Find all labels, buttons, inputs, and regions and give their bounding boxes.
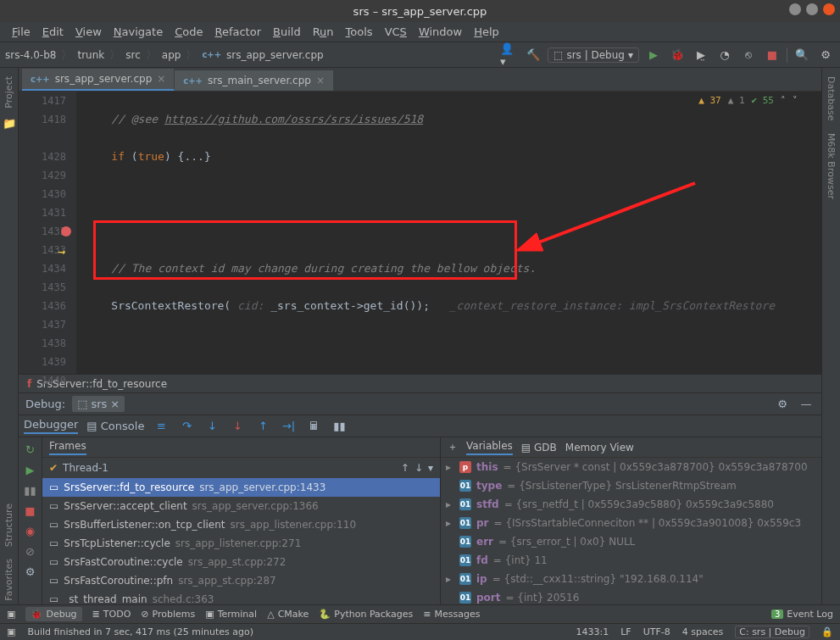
context-breadcrumb[interactable]: f SrsServer::fd_to_resource [19,374,821,392]
gutter[interactable]: 1417 1418 1428 1429 1430 1431 1432 1433 … [19,92,76,374]
rerun-icon[interactable]: ↻ [22,441,39,458]
settings-icon[interactable]: ⚙ [22,563,39,580]
menu-navigate[interactable]: Navigate [108,24,168,40]
menu-vcs[interactable]: VCS [380,24,412,40]
run-coverage-button[interactable]: ▶̤ [692,46,710,64]
menu-file[interactable]: File [7,24,36,40]
tool-windows-icon[interactable]: ▣ [7,609,15,620]
frame-list[interactable]: ▭SrsServer::fd_to_resource srs_app_serve… [42,478,440,604]
build-hammer-icon[interactable]: 🔨 [524,46,542,64]
settings-gear-icon[interactable]: ⚙ [816,46,835,64]
frame-item[interactable]: ▭SrsFastCoroutine::pfn srs_app_st.cpp:28… [42,571,440,590]
arrow-up-icon[interactable]: ↑ [401,462,409,474]
sidebar-database[interactable]: Database [826,73,837,125]
tool-python[interactable]: 🐍 Python Packages [319,609,413,620]
menu-window[interactable]: Window [414,24,467,40]
breakpoint-icon[interactable] [61,226,71,237]
var-row[interactable]: 01 fd = {int} 11 [441,551,821,570]
editor[interactable]: ▲ 37 ▲ 1 ✔ 55 ˄ ˅ 1417 1418 1428 1429 14… [19,92,821,374]
sidebar-structure[interactable]: Structure [3,500,14,550]
frame-item[interactable]: ▭SrsTcpListener::cycle srs_app_listener.… [42,534,440,553]
hide-icon[interactable]: — [798,396,815,413]
more-icon[interactable]: ▮▮ [331,418,348,435]
menu-run[interactable]: Run [308,24,339,40]
tab-debugger[interactable]: Debugger [24,418,78,434]
tool-cmake[interactable]: △ CMake [267,609,309,620]
menu-refactor[interactable]: Refactor [209,24,266,40]
resume-icon[interactable]: ▶ [22,461,39,478]
var-row[interactable]: ▸p this = {SrsServer * const | 0x559c3a8… [441,458,821,476]
run-to-cursor-icon[interactable]: →| [280,418,297,435]
lock-icon[interactable]: 🔒 [821,626,833,637]
tool-messages[interactable]: ≡ Messages [423,609,480,620]
context-indicator[interactable]: C: srs | Debug [735,626,809,638]
tool-terminal[interactable]: ▣ Terminal [205,609,257,620]
frame-item[interactable]: ▭SrsServer::accept_client srs_app_server… [42,497,440,515]
breakpoints-icon[interactable]: ◉ [22,522,39,539]
menu-view[interactable]: View [70,24,107,40]
debug-button[interactable]: 🐞 [668,46,687,64]
evaluate-icon[interactable]: 🖩 [305,418,322,435]
run-config-selector[interactable]: ⬚ srs | Debug ▾ [548,47,639,63]
sidebar-m68k[interactable]: M68k Browser [826,130,837,203]
breadcrumb-1[interactable]: trunk [77,49,104,61]
var-row[interactable]: 01 err = {srs_error_t | 0x0} NULL [441,532,821,551]
mute-breakpoints-icon[interactable]: ⊘ [22,543,39,559]
line-separator[interactable]: LF [620,626,631,637]
add-watch-icon[interactable]: ＋ [448,440,458,454]
variables-list[interactable]: ▸p this = {SrsServer * const | 0x559c3a8… [441,458,821,604]
tool-problems[interactable]: ⊘ Problems [141,609,195,620]
menu-build[interactable]: Build [268,24,306,40]
run-button[interactable]: ▶ [644,46,663,64]
thread-selector[interactable]: ✔ Thread-1 ↑ ↓ ▾ [42,458,440,478]
minimize-button[interactable] [789,3,801,15]
arrow-down-icon[interactable]: ↓ [414,462,423,474]
frame-item[interactable]: ▭_st_thread_main sched.c:363 [42,590,440,604]
debug-config-tab[interactable]: ⬚ srs × [72,396,125,412]
var-row[interactable]: ▸01 ip = {std::__cxx11::string} "192.168… [441,570,821,588]
sidebar-project[interactable]: Project [3,73,14,112]
editor-tab-1[interactable]: c++ srs_main_server.cpp × [175,70,334,91]
profile-button[interactable]: ◔ [715,46,734,64]
frame-item[interactable]: ▭SrsServer::fd_to_resource srs_app_serve… [42,478,440,497]
var-row[interactable]: ▸01 stfd = {srs_netfd_t | 0x559c3a9c5880… [441,495,821,514]
var-row[interactable]: ▸01 pr = {ISrsStartableConneciton ** | 0… [441,514,821,532]
frame-item[interactable]: ▭SrsBufferListener::on_tcp_client srs_ap… [42,515,440,534]
stop-button[interactable]: ■ [763,46,782,64]
step-out-icon[interactable]: ↑ [254,418,271,435]
menu-edit[interactable]: Edit [37,24,69,40]
editor-tab-0[interactable]: c++ srs_app_server.cpp × [22,69,175,91]
file-encoding[interactable]: UTF-8 [643,626,670,637]
user-icon[interactable]: 👤▾ [500,46,519,64]
tool-debug[interactable]: 🐞 Debug [25,607,81,621]
event-log[interactable]: 3 Event Log [771,609,833,620]
tool-windows-quick-icon[interactable]: ▣ [7,626,15,637]
pause-icon[interactable]: ▮▮ [22,481,39,498]
frame-item[interactable]: ▭SrsFastCoroutine::cycle srs_app_st.cpp:… [42,553,440,571]
step-into-icon[interactable]: ↓ [203,418,220,435]
close-icon[interactable]: × [110,398,120,410]
tab-variables[interactable]: Variables [466,440,513,455]
code-pane[interactable]: // @see https://github.com/ossrs/srs/iss… [76,92,821,374]
sidebar-favorites[interactable]: Favorites [3,555,14,604]
search-everywhere-icon[interactable]: 🔍 [793,46,811,64]
settings-gear-icon[interactable]: ⚙ [774,396,791,413]
tab-gdb[interactable]: ▤ GDB [521,442,557,454]
var-row[interactable]: 01 port = {int} 20516 [441,588,821,604]
caret-position[interactable]: 1433:1 [576,626,609,637]
funnel-icon[interactable]: ▾ [428,462,433,474]
tab-memory[interactable]: Memory View [565,442,634,454]
menu-help[interactable]: Help [469,24,504,40]
close-icon[interactable]: × [316,75,325,86]
breadcrumb-root[interactable]: srs-4.0-b8 [5,49,56,61]
close-icon[interactable]: × [157,73,165,85]
attach-button[interactable]: ⎋ [739,46,758,64]
close-button[interactable] [823,3,835,15]
stop-icon[interactable]: ■ [22,502,39,519]
threads-icon[interactable]: ≡ [153,418,170,435]
menu-tools[interactable]: Tools [341,24,378,40]
step-over-icon[interactable]: ↷ [178,418,195,435]
tool-todo[interactable]: ≣ TODO [92,609,131,620]
menu-code[interactable]: Code [170,24,208,40]
breadcrumb-2[interactable]: src [125,49,141,61]
